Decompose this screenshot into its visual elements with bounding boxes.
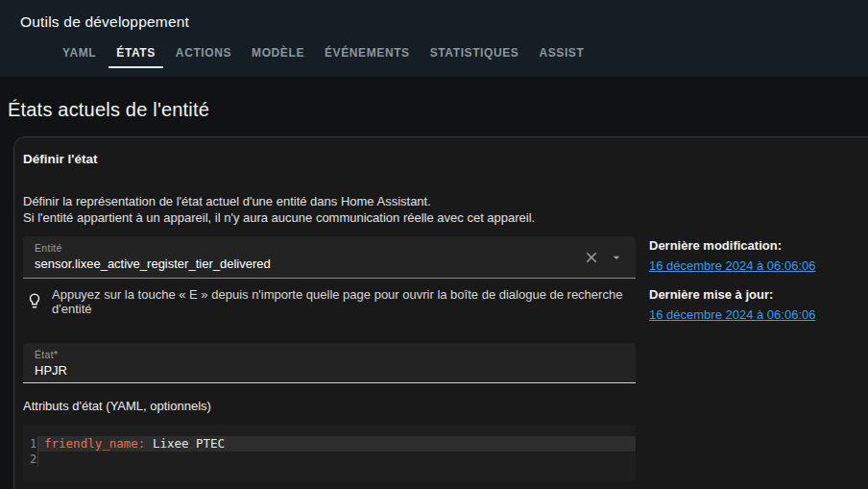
- card-description: Définir la représentation de l'état actu…: [23, 194, 636, 226]
- tab-actions[interactable]: ACTIONS: [168, 39, 239, 68]
- app-header: Outils de développement YAML ÉTATS ACTIO…: [0, 0, 868, 77]
- yaml-key: friendly_name:: [44, 436, 145, 451]
- line-number: 1: [23, 436, 38, 452]
- entity-field-label: Entité: [35, 242, 593, 254]
- entity-info-panel: Dernière modification: 16 décembre 2024 …: [636, 149, 865, 489]
- line-number: 2: [23, 452, 38, 467]
- state-input[interactable]: État* HPJR: [23, 343, 636, 383]
- editor-line-1[interactable]: 1 friendly_name: Lixee PTEC: [23, 436, 636, 452]
- lightbulb-icon: [26, 292, 43, 312]
- description-line-2: Si l'entité appartient à un appareil, il…: [23, 210, 636, 227]
- last-changed-block: Dernière modification: 16 décembre 2024 …: [649, 237, 865, 274]
- description-line-1: Définir la représentation de l'état actu…: [23, 194, 636, 210]
- code-line: [38, 452, 636, 467]
- entity-hint-text: Appuyez sur la touche « E » depuis n'imp…: [52, 287, 636, 316]
- set-state-form: Définir l'état Définir la représentation…: [23, 149, 636, 489]
- developer-tools-page: Outils de développement YAML ÉTATS ACTIO…: [0, 0, 868, 489]
- tab-bar: YAML ÉTATS ACTIONS MODÈLE ÉVÉNEMENTS STA…: [55, 39, 868, 68]
- clear-icon[interactable]: [583, 249, 600, 266]
- entity-field-value: sensor.lixee_active_register_tier_delive…: [35, 257, 593, 271]
- tab-statistiques[interactable]: STATISTIQUES: [422, 39, 527, 68]
- tab-yaml[interactable]: YAML: [55, 39, 104, 68]
- last-updated-block: Dernière mise à jour: 16 décembre 2024 à…: [649, 286, 865, 323]
- attributes-label: Attributs d'état (YAML, optionnels): [23, 399, 636, 413]
- entity-hint: Appuyez sur la touche « E » depuis n'imp…: [23, 279, 636, 325]
- last-changed-link[interactable]: 16 décembre 2024 à 06:06:06: [649, 257, 815, 274]
- last-updated-link[interactable]: 16 décembre 2024 à 06:06:06: [649, 306, 815, 323]
- tab-evenements[interactable]: ÉVÉNEMENTS: [317, 39, 418, 68]
- last-changed-label: Dernière modification:: [649, 237, 865, 254]
- last-updated-label: Dernière mise à jour:: [649, 286, 865, 303]
- tab-etats[interactable]: ÉTATS: [108, 39, 163, 68]
- state-field-value: HPJR: [35, 363, 624, 378]
- set-state-card: Définir l'état Définir la représentation…: [13, 136, 868, 489]
- editor-line-2[interactable]: 2: [23, 452, 636, 467]
- dropdown-caret-icon[interactable]: [609, 250, 624, 265]
- section-heading: États actuels de l'entité: [8, 99, 868, 121]
- yaml-attributes-editor[interactable]: 1 friendly_name: Lixee PTEC 2: [23, 425, 636, 480]
- state-field-label: État*: [35, 349, 624, 360]
- entity-picker-input[interactable]: Entité sensor.lixee_active_register_tier…: [23, 236, 636, 279]
- main-content: États actuels de l'entité Définir l'état…: [0, 99, 868, 489]
- tab-assist[interactable]: ASSIST: [531, 39, 591, 68]
- card-title: Définir l'état: [23, 152, 636, 166]
- code-line: friendly_name: Lixee PTEC: [38, 436, 636, 452]
- yaml-value: Lixee PTEC: [145, 436, 225, 451]
- page-title: Outils de développement: [0, 0, 868, 31]
- tab-modele[interactable]: MODÈLE: [244, 39, 312, 68]
